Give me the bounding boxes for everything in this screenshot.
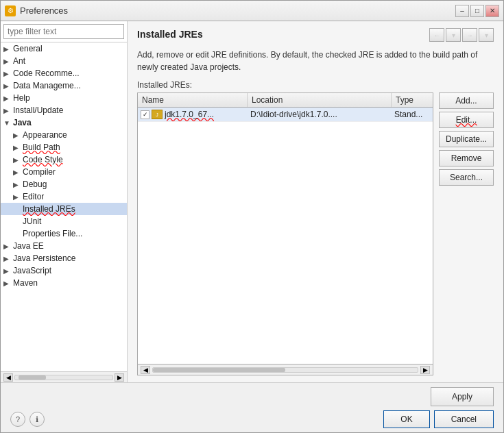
- tree-label-compiler: Compiler: [23, 167, 56, 177]
- table-header: Name Location Type: [138, 93, 433, 108]
- h-scroll-track[interactable]: [14, 375, 113, 380]
- window-title: Preferences: [20, 5, 68, 16]
- minimize-button[interactable]: –: [455, 5, 469, 17]
- tree-item-data-management[interactable]: ▶ Data Manageme...: [1, 79, 127, 92]
- right-scroll-arrow[interactable]: ▶: [115, 373, 124, 382]
- tree-label-code-recommenders: Code Recomme...: [13, 69, 80, 78]
- table-scroll-right[interactable]: ▶: [420, 366, 430, 374]
- main-content: ▶ General ▶ Ant ▶ Code Recomme... ▶ Data…: [1, 21, 503, 382]
- jre-icon: J: [152, 110, 163, 119]
- tree-label-build-path: Build Path: [23, 143, 60, 152]
- duplicate-button[interactable]: Duplicate...: [439, 131, 494, 147]
- tree-item-code-recommenders[interactable]: ▶ Code Recomme...: [1, 67, 127, 79]
- tree-item-code-style[interactable]: ▶ Code Style: [1, 153, 127, 166]
- tree-item-properties-files[interactable]: Properties File...: [1, 227, 127, 240]
- tree-label-java-ee: Java EE: [13, 241, 44, 251]
- tree-arrow-data-management: ▶: [3, 82, 13, 90]
- tree-container: ▶ General ▶ Ant ▶ Code Recomme... ▶ Data…: [1, 42, 127, 371]
- jre-table: Name Location Type ✓ J jdk1.7.0_67... D:…: [137, 92, 433, 375]
- tree-item-ant[interactable]: ▶ Ant: [1, 55, 127, 67]
- description-text: Add, remove or edit JRE definitions. By …: [137, 49, 494, 73]
- close-button[interactable]: ✕: [485, 5, 499, 17]
- forward-button[interactable]: →: [462, 28, 477, 42]
- edit-button[interactable]: Edit...: [439, 112, 494, 128]
- th-type: Type: [392, 93, 433, 107]
- tree-arrow-code-style: ▶: [13, 156, 23, 164]
- right-panel: Installed JREs ← ▾ → ▾ Add, remo: [128, 21, 503, 382]
- tree-item-installed-jres[interactable]: Installed JREs: [1, 203, 127, 215]
- tree-item-maven[interactable]: ▶ Maven: [1, 277, 127, 289]
- tree-item-general[interactable]: ▶ General: [1, 42, 127, 55]
- tree-label-java-persistence: Java Persistence: [13, 253, 75, 263]
- td-location: D:\Idiot-drive\jdk1.7.0....: [248, 108, 392, 121]
- window-controls: – □ ✕: [455, 5, 499, 17]
- tree-item-java-persistence[interactable]: ▶ Java Persistence: [1, 252, 127, 264]
- table-hscroll: ◀ ▶: [138, 364, 433, 375]
- cancel-button[interactable]: Cancel: [434, 410, 494, 428]
- table-scroll-left[interactable]: ◀: [141, 366, 150, 374]
- tree-item-debug[interactable]: ▶ Debug: [1, 178, 127, 190]
- left-scroll-arrow[interactable]: ◀: [3, 373, 13, 382]
- table-row[interactable]: ✓ J jdk1.7.0_67... D:\Idiot-drive\jdk1.7…: [138, 108, 433, 122]
- add-button[interactable]: Add...: [439, 92, 494, 109]
- tree-arrow-maven: ▶: [3, 280, 13, 287]
- bottom-bar: Apply ? ℹ OK Cancel: [1, 382, 503, 432]
- tree-item-junit[interactable]: JUnit: [1, 215, 127, 227]
- tree-arrow-properties: [13, 230, 23, 238]
- tree-label-code-style: Code Style: [23, 155, 63, 164]
- left-panel: ▶ General ▶ Ant ▶ Code Recomme... ▶ Data…: [1, 21, 128, 382]
- title-bar: ⚙ Preferences – □ ✕: [1, 1, 503, 21]
- app-icon: ⚙: [5, 5, 16, 16]
- jre-name-text: jdk1.7.0_67...: [165, 110, 214, 119]
- table-hscroll-track[interactable]: [152, 367, 418, 373]
- tree-arrow-javascript: ▶: [3, 267, 13, 275]
- tree-label-junit: JUnit: [23, 216, 41, 226]
- tree-label-installed-jres: Installed JREs: [23, 204, 75, 214]
- tree-label-help: Help: [13, 93, 30, 103]
- tree-item-install-update[interactable]: ▶ Install/Update: [1, 104, 127, 116]
- remove-button[interactable]: Remove: [439, 150, 494, 166]
- tree-label-appearance: Appearance: [23, 130, 67, 140]
- tree-item-editor[interactable]: ▶ Editor: [1, 190, 127, 203]
- preferences-window: ⚙ Preferences – □ ✕ ▶ General: [0, 0, 504, 433]
- footer-row: ? ℹ OK Cancel: [10, 410, 494, 428]
- list-label: Installed JREs:: [137, 80, 494, 90]
- tree-item-build-path[interactable]: ▶ Build Path: [1, 141, 127, 153]
- h-scroll-thumb: [19, 375, 46, 380]
- filter-box: [1, 21, 127, 42]
- panel-title: Installed JREs: [137, 29, 203, 40]
- filter-input[interactable]: [3, 24, 124, 39]
- tree-item-help[interactable]: ▶ Help: [1, 92, 127, 104]
- tree-label-java: Java: [13, 118, 32, 127]
- back-arrow-button[interactable]: ▾: [446, 28, 461, 42]
- search-button[interactable]: Search...: [439, 169, 494, 186]
- td-type: Stand...: [392, 108, 433, 121]
- tree-arrow-java-ee: ▶: [3, 243, 13, 250]
- jre-checkbox[interactable]: ✓: [141, 110, 149, 119]
- tree-label-general: General: [13, 44, 43, 53]
- tree-arrow-java-persistence: ▶: [3, 255, 13, 262]
- help-icon-button[interactable]: ?: [10, 412, 25, 427]
- tree-arrow-help: ▶: [3, 95, 13, 102]
- title-bar-left: ⚙ Preferences: [5, 5, 68, 16]
- ok-button[interactable]: OK: [383, 410, 429, 428]
- tree-arrow-build-path: ▶: [13, 144, 23, 151]
- tree-label-javascript: JavaScript: [13, 266, 51, 275]
- tree-item-java-ee[interactable]: ▶ Java EE: [1, 240, 127, 252]
- apply-button[interactable]: Apply: [431, 387, 494, 406]
- tree-item-compiler[interactable]: ▶ Compiler: [1, 166, 127, 178]
- tree-arrow-code-recommenders: ▶: [3, 70, 13, 77]
- info-icon-button[interactable]: ℹ: [29, 412, 45, 427]
- tree-item-javascript[interactable]: ▶ JavaScript: [1, 264, 127, 277]
- forward-arrow-button[interactable]: ▾: [479, 28, 494, 42]
- back-button[interactable]: ←: [429, 28, 444, 42]
- apply-row: Apply: [10, 387, 494, 406]
- tree-arrow-install-update: ▶: [3, 107, 13, 114]
- panel-toolbar: ← ▾ → ▾: [429, 28, 494, 42]
- table-hscroll-thumb: [153, 368, 285, 372]
- tree-item-java[interactable]: ▼ Java: [1, 116, 127, 129]
- tree-item-appearance[interactable]: ▶ Appearance: [1, 129, 127, 141]
- maximize-button[interactable]: □: [470, 5, 484, 17]
- tree-arrow-java: ▼: [3, 119, 13, 127]
- tree-arrow-installed-jres: [13, 206, 23, 213]
